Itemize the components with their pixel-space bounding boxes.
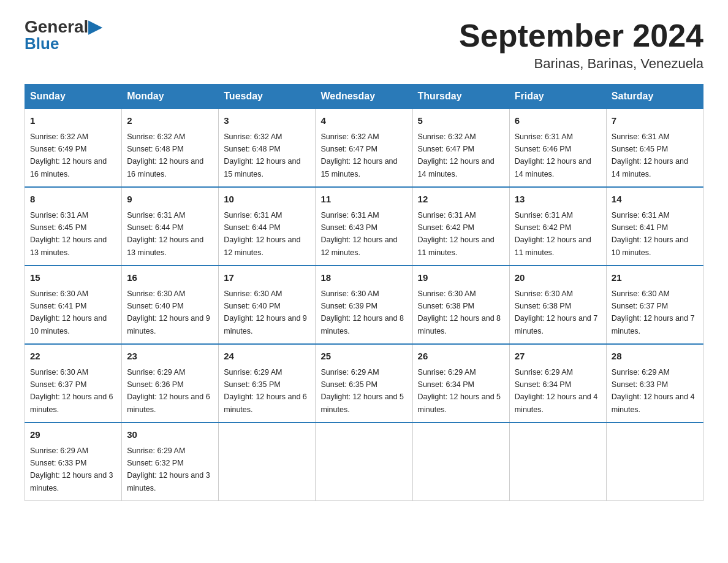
day-info: Sunrise: 6:30 AM Sunset: 6:37 PM Dayligh… bbox=[612, 289, 695, 335]
day-info: Sunrise: 6:32 AM Sunset: 6:48 PM Dayligh… bbox=[224, 132, 300, 178]
title-area: September 2024 Barinas, Barinas, Venezue… bbox=[459, 18, 703, 72]
header-friday: Friday bbox=[509, 85, 606, 109]
day-number: 29 bbox=[30, 428, 116, 442]
day-number: 5 bbox=[418, 114, 504, 128]
calendar-cell: 13 Sunrise: 6:31 AM Sunset: 6:42 PM Dayl… bbox=[509, 187, 606, 266]
day-number: 4 bbox=[320, 114, 407, 128]
day-info: Sunrise: 6:31 AM Sunset: 6:45 PM Dayligh… bbox=[612, 132, 688, 178]
day-number: 9 bbox=[127, 193, 213, 207]
calendar-cell: 8 Sunrise: 6:31 AM Sunset: 6:45 PM Dayli… bbox=[25, 187, 122, 266]
calendar-cell: 4 Sunrise: 6:32 AM Sunset: 6:47 PM Dayli… bbox=[316, 109, 412, 187]
day-number: 22 bbox=[30, 350, 116, 364]
calendar-cell: 29 Sunrise: 6:29 AM Sunset: 6:33 PM Dayl… bbox=[25, 423, 122, 501]
day-info: Sunrise: 6:29 AM Sunset: 6:35 PM Dayligh… bbox=[224, 368, 307, 414]
day-info: Sunrise: 6:30 AM Sunset: 6:37 PM Dayligh… bbox=[30, 368, 113, 414]
day-number: 25 bbox=[320, 350, 407, 364]
calendar-cell bbox=[606, 423, 703, 501]
day-number: 21 bbox=[612, 271, 698, 285]
calendar-cell bbox=[219, 423, 316, 501]
location-subtitle: Barinas, Barinas, Venezuela bbox=[459, 56, 703, 72]
day-number: 30 bbox=[127, 428, 213, 442]
day-info: Sunrise: 6:31 AM Sunset: 6:45 PM Dayligh… bbox=[30, 211, 107, 257]
day-number: 10 bbox=[224, 193, 310, 207]
calendar-cell: 2 Sunrise: 6:32 AM Sunset: 6:48 PM Dayli… bbox=[122, 109, 219, 187]
day-number: 3 bbox=[224, 114, 310, 128]
day-info: Sunrise: 6:30 AM Sunset: 6:41 PM Dayligh… bbox=[30, 289, 107, 335]
day-info: Sunrise: 6:31 AM Sunset: 6:43 PM Dayligh… bbox=[320, 211, 397, 257]
day-info: Sunrise: 6:31 AM Sunset: 6:42 PM Dayligh… bbox=[515, 211, 591, 257]
day-info: Sunrise: 6:32 AM Sunset: 6:49 PM Dayligh… bbox=[30, 132, 107, 178]
day-info: Sunrise: 6:30 AM Sunset: 6:39 PM Dayligh… bbox=[320, 289, 404, 335]
calendar-cell: 3 Sunrise: 6:32 AM Sunset: 6:48 PM Dayli… bbox=[219, 109, 316, 187]
day-number: 15 bbox=[30, 271, 116, 285]
day-number: 24 bbox=[224, 350, 310, 364]
calendar-table: Sunday Monday Tuesday Wednesday Thursday… bbox=[25, 84, 703, 501]
day-info: Sunrise: 6:30 AM Sunset: 6:38 PM Dayligh… bbox=[515, 289, 598, 335]
day-number: 23 bbox=[127, 350, 213, 364]
logo-blue: Blue bbox=[25, 34, 59, 53]
header-wednesday: Wednesday bbox=[316, 85, 412, 109]
calendar-cell: 27 Sunrise: 6:29 AM Sunset: 6:34 PM Dayl… bbox=[509, 344, 606, 423]
day-info: Sunrise: 6:31 AM Sunset: 6:42 PM Dayligh… bbox=[418, 211, 495, 257]
day-number: 13 bbox=[515, 193, 601, 207]
day-info: Sunrise: 6:30 AM Sunset: 6:40 PM Dayligh… bbox=[127, 289, 210, 335]
day-info: Sunrise: 6:30 AM Sunset: 6:38 PM Dayligh… bbox=[418, 289, 501, 335]
day-number: 28 bbox=[612, 350, 698, 364]
calendar-cell: 26 Sunrise: 6:29 AM Sunset: 6:34 PM Dayl… bbox=[412, 344, 509, 423]
day-info: Sunrise: 6:29 AM Sunset: 6:36 PM Dayligh… bbox=[127, 368, 210, 414]
day-info: Sunrise: 6:29 AM Sunset: 6:33 PM Dayligh… bbox=[612, 368, 695, 414]
day-info: Sunrise: 6:29 AM Sunset: 6:32 PM Dayligh… bbox=[127, 446, 210, 492]
calendar-cell: 12 Sunrise: 6:31 AM Sunset: 6:42 PM Dayl… bbox=[412, 187, 509, 266]
calendar-cell: 18 Sunrise: 6:30 AM Sunset: 6:39 PM Dayl… bbox=[316, 266, 412, 344]
day-info: Sunrise: 6:32 AM Sunset: 6:47 PM Dayligh… bbox=[320, 132, 397, 178]
week-row-2: 8 Sunrise: 6:31 AM Sunset: 6:45 PM Dayli… bbox=[25, 187, 703, 266]
calendar-cell: 9 Sunrise: 6:31 AM Sunset: 6:44 PM Dayli… bbox=[122, 187, 219, 266]
day-info: Sunrise: 6:29 AM Sunset: 6:34 PM Dayligh… bbox=[418, 368, 501, 414]
month-year-title: September 2024 bbox=[459, 18, 703, 53]
day-info: Sunrise: 6:29 AM Sunset: 6:35 PM Dayligh… bbox=[320, 368, 404, 414]
day-number: 6 bbox=[515, 114, 601, 128]
calendar-cell: 25 Sunrise: 6:29 AM Sunset: 6:35 PM Dayl… bbox=[316, 344, 412, 423]
page-header: General▶ Blue September 2024 Barinas, Ba… bbox=[25, 18, 703, 72]
day-info: Sunrise: 6:31 AM Sunset: 6:44 PM Dayligh… bbox=[224, 211, 300, 257]
day-number: 16 bbox=[127, 271, 213, 285]
calendar-cell: 7 Sunrise: 6:31 AM Sunset: 6:45 PM Dayli… bbox=[606, 109, 703, 187]
calendar-cell: 19 Sunrise: 6:30 AM Sunset: 6:38 PM Dayl… bbox=[412, 266, 509, 344]
week-row-4: 22 Sunrise: 6:30 AM Sunset: 6:37 PM Dayl… bbox=[25, 344, 703, 423]
day-number: 2 bbox=[127, 114, 213, 128]
day-info: Sunrise: 6:29 AM Sunset: 6:33 PM Dayligh… bbox=[30, 446, 113, 492]
calendar-cell: 21 Sunrise: 6:30 AM Sunset: 6:37 PM Dayl… bbox=[606, 266, 703, 344]
day-number: 8 bbox=[30, 193, 116, 207]
day-number: 27 bbox=[515, 350, 601, 364]
calendar-cell: 28 Sunrise: 6:29 AM Sunset: 6:33 PM Dayl… bbox=[606, 344, 703, 423]
calendar-cell: 14 Sunrise: 6:31 AM Sunset: 6:41 PM Dayl… bbox=[606, 187, 703, 266]
week-row-1: 1 Sunrise: 6:32 AM Sunset: 6:49 PM Dayli… bbox=[25, 109, 703, 187]
day-number: 17 bbox=[224, 271, 310, 285]
calendar-cell: 5 Sunrise: 6:32 AM Sunset: 6:47 PM Dayli… bbox=[412, 109, 509, 187]
day-info: Sunrise: 6:31 AM Sunset: 6:41 PM Dayligh… bbox=[612, 211, 688, 257]
day-number: 18 bbox=[320, 271, 407, 285]
day-info: Sunrise: 6:31 AM Sunset: 6:46 PM Dayligh… bbox=[515, 132, 591, 178]
day-number: 14 bbox=[612, 193, 698, 207]
header-tuesday: Tuesday bbox=[219, 85, 316, 109]
calendar-cell: 6 Sunrise: 6:31 AM Sunset: 6:46 PM Dayli… bbox=[509, 109, 606, 187]
day-info: Sunrise: 6:31 AM Sunset: 6:44 PM Dayligh… bbox=[127, 211, 203, 257]
week-row-5: 29 Sunrise: 6:29 AM Sunset: 6:33 PM Dayl… bbox=[25, 423, 703, 501]
header-sunday: Sunday bbox=[25, 85, 122, 109]
calendar-cell bbox=[412, 423, 509, 501]
day-number: 19 bbox=[418, 271, 504, 285]
day-number: 1 bbox=[30, 114, 116, 128]
day-info: Sunrise: 6:32 AM Sunset: 6:47 PM Dayligh… bbox=[418, 132, 495, 178]
header-saturday: Saturday bbox=[606, 85, 703, 109]
header-monday: Monday bbox=[122, 85, 219, 109]
logo: General▶ Blue bbox=[25, 18, 102, 53]
week-row-3: 15 Sunrise: 6:30 AM Sunset: 6:41 PM Dayl… bbox=[25, 266, 703, 344]
calendar-cell: 30 Sunrise: 6:29 AM Sunset: 6:32 PM Dayl… bbox=[122, 423, 219, 501]
day-info: Sunrise: 6:30 AM Sunset: 6:40 PM Dayligh… bbox=[224, 289, 307, 335]
calendar-cell bbox=[509, 423, 606, 501]
calendar-cell: 15 Sunrise: 6:30 AM Sunset: 6:41 PM Dayl… bbox=[25, 266, 122, 344]
day-number: 26 bbox=[418, 350, 504, 364]
calendar-cell: 22 Sunrise: 6:30 AM Sunset: 6:37 PM Dayl… bbox=[25, 344, 122, 423]
day-info: Sunrise: 6:32 AM Sunset: 6:48 PM Dayligh… bbox=[127, 132, 203, 178]
calendar-cell: 24 Sunrise: 6:29 AM Sunset: 6:35 PM Dayl… bbox=[219, 344, 316, 423]
